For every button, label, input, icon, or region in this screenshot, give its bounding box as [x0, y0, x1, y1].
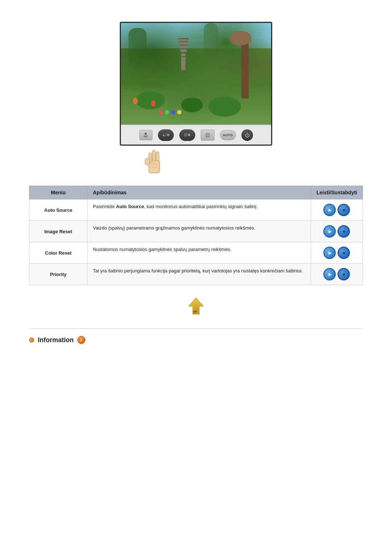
section-divider: [29, 328, 363, 329]
table-row: Image Reset Vaizdo (spalvų) parametrams …: [29, 221, 363, 242]
stop-button-priority[interactable]: [338, 268, 350, 280]
action-color-reset: [311, 242, 363, 264]
info-circle-icon: [29, 337, 34, 343]
input-select-button[interactable]: ▣INP: [139, 130, 152, 140]
garden-background: [121, 23, 271, 125]
monitor-screen: [121, 23, 271, 125]
pagoda-decoration: [178, 38, 189, 67]
display-button[interactable]: ⊡: [201, 130, 215, 141]
action-image-reset: [311, 221, 363, 242]
monitor-frame: ▣INP ▲/✱ ☰/✱ ⊡: [120, 22, 272, 146]
play-button-auto-source[interactable]: [323, 204, 336, 216]
brightness-contrast-button[interactable]: ▲/✱: [158, 129, 174, 141]
play-button-priority[interactable]: [323, 268, 336, 280]
hand-cursor-icon: [142, 146, 167, 178]
menu-item-priority: Priority: [29, 264, 87, 285]
description-color-reset: Nustatomos numatytosios gamyklinės spalv…: [87, 242, 311, 264]
monitor-section: ▣INP ▲/✱ ☰/✱ ⊡: [29, 22, 363, 171]
button-pair-auto-source: [317, 204, 357, 216]
table-header-row: Meniu Apibūdinimas Leisti/Sustabdyti: [29, 186, 363, 199]
stop-button-color-reset[interactable]: [338, 247, 350, 259]
description-priority: Tai yra šaltinio perjungiama funkcija pa…: [87, 264, 311, 285]
stop-button-image-reset[interactable]: [338, 225, 350, 238]
play-button-color-reset[interactable]: [323, 247, 336, 259]
svg-rect-4: [145, 158, 150, 165]
svg-rect-3: [156, 152, 159, 161]
table-row: Color Reset Nustatomos numatytosios gamy…: [29, 242, 363, 264]
description-image-reset: Vaizdo (spalvų) parametrams grąžinamos g…: [87, 221, 311, 242]
up-arrow-section: UP: [29, 296, 363, 317]
description-auto-source: Pasirinkite Auto Source, kad monitorius …: [87, 199, 311, 221]
bush: [136, 91, 165, 109]
menu-item-image-reset: Image Reset: [29, 221, 87, 242]
action-auto-source: [311, 199, 363, 221]
menu-button[interactable]: ☰/✱: [179, 129, 195, 141]
play-button-image-reset[interactable]: [323, 225, 336, 238]
flowers: [159, 110, 181, 114]
button-pair-image-reset: [317, 225, 357, 238]
monitor-controls-bar: ▣INP ▲/✱ ☰/✱ ⊡: [121, 125, 271, 145]
button-pair-color-reset: [317, 247, 357, 259]
menu-item-auto-source: Auto Source: [29, 199, 87, 221]
menu-table-section: Meniu Apibūdinimas Leisti/Sustabdyti Aut…: [29, 186, 363, 285]
col-header-menu: Meniu: [29, 186, 87, 199]
svg-rect-2: [152, 150, 155, 161]
menu-table: Meniu Apibūdinimas Leisti/Sustabdyti Aut…: [29, 186, 363, 285]
stop-button-auto-source[interactable]: [338, 204, 350, 216]
col-header-action: Leisti/Sustabdyti: [311, 186, 363, 199]
svg-text:UP: UP: [193, 310, 197, 313]
table-row: Auto Source Pasirinkite Auto Source, kad…: [29, 199, 363, 221]
auto-button[interactable]: AUTO: [220, 130, 236, 140]
button-pair-priority: [317, 268, 357, 280]
menu-item-color-reset: Color Reset: [29, 242, 87, 264]
power-button[interactable]: [241, 129, 253, 141]
up-arrow-button[interactable]: UP: [183, 296, 209, 317]
information-title: Information: [38, 336, 74, 344]
action-priority: [311, 264, 363, 285]
col-header-description: Apibūdinimas: [87, 186, 311, 199]
info-settings-icon[interactable]: [77, 336, 85, 344]
up-arrow-icon: UP: [183, 296, 209, 316]
bold-auto-source: Auto Source: [116, 204, 144, 209]
information-section: Information: [29, 336, 363, 344]
table-row: Priority Tai yra šaltinio perjungiama fu…: [29, 264, 363, 285]
